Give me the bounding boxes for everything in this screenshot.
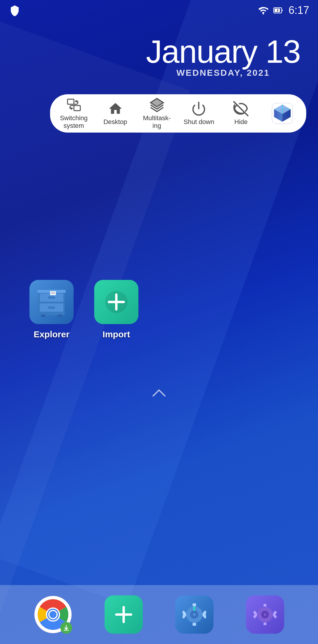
explorer-icon bbox=[29, 280, 74, 324]
filing-cabinet-svg bbox=[34, 286, 69, 318]
cube-icon bbox=[271, 102, 294, 125]
import-label: Import bbox=[102, 329, 130, 339]
quick-item-multitasking[interactable]: Multitask- ing bbox=[142, 97, 172, 130]
hide-label: Hide bbox=[234, 118, 248, 126]
svg-point-0 bbox=[263, 13, 264, 15]
layers-icon bbox=[149, 97, 165, 113]
switch-icon bbox=[66, 97, 82, 113]
svg-rect-6 bbox=[67, 99, 74, 104]
quick-action-bar: Switching system Desktop Multitask- ing … bbox=[50, 94, 306, 133]
svg-rect-23 bbox=[58, 315, 62, 317]
date-month: January bbox=[146, 33, 257, 70]
svg-rect-7 bbox=[74, 105, 80, 110]
date-section: January 13 WEDNESDAY, 2021 bbox=[146, 35, 300, 78]
battery-icon bbox=[273, 5, 284, 16]
svg-point-49 bbox=[193, 613, 196, 616]
settings-gear-dock-icon bbox=[175, 595, 213, 634]
quick-item-hide[interactable]: Hide bbox=[226, 101, 256, 126]
dock-item-settings-gear[interactable] bbox=[175, 595, 213, 634]
eye-close-icon bbox=[233, 101, 249, 116]
shutdown-label: Shut down bbox=[184, 118, 214, 126]
quick-item-cube[interactable] bbox=[268, 102, 297, 125]
switching-system-label: Switching system bbox=[60, 114, 87, 130]
wifi-icon bbox=[258, 5, 269, 16]
multitasking-label: Multitask- ing bbox=[143, 114, 170, 130]
dock-item-chrome[interactable] bbox=[34, 595, 72, 634]
svg-rect-50 bbox=[193, 606, 195, 611]
quick-item-switching-system[interactable]: Switching system bbox=[59, 97, 89, 130]
import-dock-icon bbox=[105, 595, 143, 634]
gear-purple-svg bbox=[253, 603, 277, 626]
import-icon bbox=[94, 280, 138, 324]
svg-rect-40 bbox=[193, 623, 196, 626]
svg-rect-24 bbox=[50, 291, 56, 295]
desktop-label: Desktop bbox=[103, 118, 127, 126]
svg-rect-51 bbox=[264, 604, 266, 607]
apps-area: Explorer Import bbox=[29, 280, 138, 339]
quick-item-desktop[interactable]: Desktop bbox=[101, 101, 130, 126]
settings-purple-dock-icon bbox=[246, 595, 284, 634]
plus-dock-svg bbox=[112, 603, 135, 626]
status-time: 6:17 bbox=[289, 4, 309, 16]
svg-point-61 bbox=[264, 613, 266, 616]
gear-blue-svg bbox=[183, 603, 206, 626]
svg-rect-39 bbox=[193, 603, 196, 606]
date-day-num: 13 bbox=[266, 33, 300, 70]
home-icon bbox=[108, 101, 123, 116]
power-icon bbox=[191, 101, 206, 116]
svg-rect-22 bbox=[41, 315, 45, 317]
svg-rect-52 bbox=[264, 622, 266, 625]
app-item-explorer[interactable]: Explorer bbox=[29, 280, 74, 339]
chrome-dock-icon bbox=[34, 595, 72, 634]
date-display: January 13 bbox=[146, 35, 300, 68]
quick-item-shutdown[interactable]: Shut down bbox=[184, 101, 214, 126]
svg-point-35 bbox=[49, 611, 57, 618]
dock-item-settings-purple[interactable] bbox=[246, 595, 284, 634]
app-item-import[interactable]: Import bbox=[94, 280, 138, 339]
dock-item-import[interactable] bbox=[105, 595, 143, 634]
explorer-label: Explorer bbox=[34, 329, 69, 339]
status-bar: 6:17 bbox=[0, 0, 318, 21]
status-right: 6:17 bbox=[258, 4, 309, 16]
dock bbox=[0, 585, 318, 644]
svg-rect-20 bbox=[48, 306, 55, 309]
plus-circle-svg bbox=[103, 289, 130, 315]
shield-icon bbox=[9, 4, 21, 16]
svg-rect-18 bbox=[48, 296, 55, 299]
chevron-up[interactable] bbox=[150, 385, 168, 402]
status-left bbox=[9, 4, 21, 16]
download-badge bbox=[60, 622, 72, 634]
